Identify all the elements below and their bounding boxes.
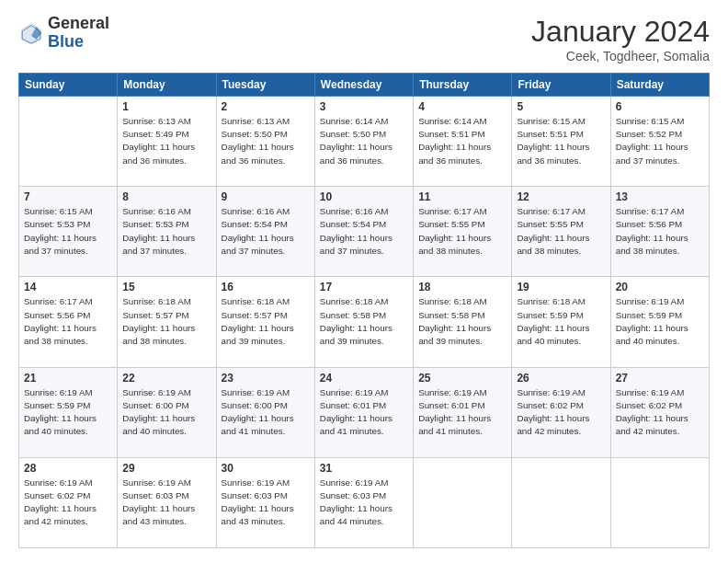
day-info: Sunrise: 6:19 AMSunset: 5:59 PMDaylight:… (24, 386, 112, 439)
day-info: Sunrise: 6:17 AMSunset: 5:56 PMDaylight:… (616, 205, 704, 258)
day-info: Sunrise: 6:19 AMSunset: 6:03 PMDaylight:… (122, 477, 210, 529)
day-info: Sunrise: 6:13 AMSunset: 5:50 PMDaylight:… (222, 115, 310, 167)
day-info: Sunrise: 6:14 AMSunset: 5:50 PMDaylight:… (320, 115, 408, 167)
day-number: 25 (418, 372, 506, 385)
day-number: 3 (320, 100, 408, 113)
day-number: 26 (517, 372, 605, 385)
subtitle: Ceek, Togdheer, Somalia (531, 49, 710, 63)
title-area: January 2024 Ceek, Togdheer, Somalia (531, 15, 710, 63)
table-row: 28Sunrise: 6:19 AMSunset: 6:02 PMDayligh… (19, 457, 118, 547)
day-info: Sunrise: 6:16 AMSunset: 5:54 PMDaylight:… (222, 205, 310, 258)
day-number: 16 (222, 281, 310, 293)
logo-blue: Blue (48, 33, 109, 52)
day-number: 11 (418, 190, 506, 203)
day-number: 14 (24, 281, 112, 293)
day-info: Sunrise: 6:19 AMSunset: 6:03 PMDaylight:… (320, 477, 408, 529)
day-number: 19 (517, 281, 605, 293)
day-number: 10 (320, 190, 408, 203)
table-row: 5Sunrise: 6:15 AMSunset: 5:51 PMDaylight… (512, 97, 610, 187)
day-number: 9 (222, 190, 310, 203)
calendar-week-3: 14Sunrise: 6:17 AMSunset: 5:56 PMDayligh… (19, 277, 710, 367)
day-info: Sunrise: 6:19 AMSunset: 6:03 PMDaylight:… (222, 477, 310, 529)
table-row: 22Sunrise: 6:19 AMSunset: 6:00 PMDayligh… (118, 367, 216, 457)
table-row: 23Sunrise: 6:19 AMSunset: 6:00 PMDayligh… (216, 367, 314, 457)
day-info: Sunrise: 6:16 AMSunset: 5:54 PMDaylight:… (320, 205, 408, 258)
day-number: 30 (222, 462, 310, 475)
calendar-table: Sunday Monday Tuesday Wednesday Thursday… (18, 73, 710, 548)
logo: General Blue (18, 15, 109, 52)
table-row: 12Sunrise: 6:17 AMSunset: 5:55 PMDayligh… (512, 187, 610, 277)
day-info: Sunrise: 6:15 AMSunset: 5:51 PMDaylight:… (517, 115, 605, 167)
day-number: 5 (517, 100, 605, 113)
day-number: 28 (24, 462, 112, 475)
table-row: 11Sunrise: 6:17 AMSunset: 5:55 PMDayligh… (414, 187, 512, 277)
day-info: Sunrise: 6:13 AMSunset: 5:49 PMDaylight:… (122, 115, 210, 167)
table-row: 17Sunrise: 6:18 AMSunset: 5:58 PMDayligh… (314, 277, 413, 367)
day-number: 15 (122, 281, 210, 293)
table-row: 18Sunrise: 6:18 AMSunset: 5:58 PMDayligh… (414, 277, 512, 367)
table-row: 31Sunrise: 6:19 AMSunset: 6:03 PMDayligh… (314, 457, 413, 547)
day-info: Sunrise: 6:14 AMSunset: 5:51 PMDaylight:… (418, 115, 506, 167)
day-info: Sunrise: 6:18 AMSunset: 5:58 PMDaylight:… (418, 295, 506, 348)
day-number: 17 (320, 281, 408, 293)
table-row: 15Sunrise: 6:18 AMSunset: 5:57 PMDayligh… (118, 277, 216, 367)
table-row: 6Sunrise: 6:15 AMSunset: 5:52 PMDaylight… (610, 97, 709, 187)
table-row: 20Sunrise: 6:19 AMSunset: 5:59 PMDayligh… (610, 277, 709, 367)
table-row: 29Sunrise: 6:19 AMSunset: 6:03 PMDayligh… (118, 457, 216, 547)
day-info: Sunrise: 6:15 AMSunset: 5:52 PMDaylight:… (616, 115, 704, 167)
day-number: 31 (320, 462, 408, 475)
day-info: Sunrise: 6:19 AMSunset: 6:00 PMDaylight:… (222, 386, 310, 439)
col-monday: Monday (118, 74, 216, 97)
table-row: 1Sunrise: 6:13 AMSunset: 5:49 PMDaylight… (118, 97, 216, 187)
day-info: Sunrise: 6:17 AMSunset: 5:55 PMDaylight:… (517, 205, 605, 258)
col-thursday: Thursday (414, 74, 512, 97)
day-number: 8 (122, 190, 210, 203)
day-number: 2 (222, 100, 310, 113)
day-info: Sunrise: 6:19 AMSunset: 5:59 PMDaylight:… (616, 295, 704, 348)
logo-general: General (48, 15, 109, 33)
table-row (610, 457, 709, 547)
col-sunday: Sunday (19, 74, 118, 97)
table-row: 8Sunrise: 6:16 AMSunset: 5:53 PMDaylight… (118, 187, 216, 277)
month-title: January 2024 (531, 15, 710, 49)
table-row: 30Sunrise: 6:19 AMSunset: 6:03 PMDayligh… (216, 457, 314, 547)
calendar-header-row: Sunday Monday Tuesday Wednesday Thursday… (19, 74, 710, 97)
day-number: 24 (320, 372, 408, 385)
day-number: 23 (222, 372, 310, 385)
calendar-week-5: 28Sunrise: 6:19 AMSunset: 6:02 PMDayligh… (19, 457, 710, 547)
day-number: 6 (616, 100, 704, 113)
day-info: Sunrise: 6:15 AMSunset: 5:53 PMDaylight:… (24, 205, 112, 258)
day-number: 29 (122, 462, 210, 475)
page: General Blue January 2024 Ceek, Togdheer… (0, 0, 728, 563)
table-row: 7Sunrise: 6:15 AMSunset: 5:53 PMDaylight… (19, 187, 118, 277)
day-number: 4 (418, 100, 506, 113)
day-info: Sunrise: 6:19 AMSunset: 6:02 PMDaylight:… (517, 386, 605, 439)
day-info: Sunrise: 6:19 AMSunset: 6:02 PMDaylight:… (616, 386, 704, 439)
day-info: Sunrise: 6:19 AMSunset: 6:01 PMDaylight:… (320, 386, 408, 439)
day-info: Sunrise: 6:19 AMSunset: 6:02 PMDaylight:… (24, 477, 112, 529)
table-row (19, 97, 118, 187)
table-row: 24Sunrise: 6:19 AMSunset: 6:01 PMDayligh… (314, 367, 413, 457)
table-row: 26Sunrise: 6:19 AMSunset: 6:02 PMDayligh… (512, 367, 610, 457)
day-number: 27 (616, 372, 704, 385)
day-number: 1 (122, 100, 210, 113)
table-row: 9Sunrise: 6:16 AMSunset: 5:54 PMDaylight… (216, 187, 314, 277)
day-info: Sunrise: 6:18 AMSunset: 5:57 PMDaylight:… (122, 295, 210, 348)
table-row: 10Sunrise: 6:16 AMSunset: 5:54 PMDayligh… (314, 187, 413, 277)
table-row: 3Sunrise: 6:14 AMSunset: 5:50 PMDaylight… (314, 97, 413, 187)
header: General Blue January 2024 Ceek, Togdheer… (18, 15, 710, 63)
day-number: 12 (517, 190, 605, 203)
day-info: Sunrise: 6:17 AMSunset: 5:56 PMDaylight:… (24, 295, 112, 348)
day-number: 22 (122, 372, 210, 385)
table-row (512, 457, 610, 547)
day-info: Sunrise: 6:18 AMSunset: 5:58 PMDaylight:… (320, 295, 408, 348)
calendar-week-4: 21Sunrise: 6:19 AMSunset: 5:59 PMDayligh… (19, 367, 710, 457)
day-number: 18 (418, 281, 506, 293)
calendar-week-2: 7Sunrise: 6:15 AMSunset: 5:53 PMDaylight… (19, 187, 710, 277)
logo-icon (18, 20, 44, 46)
table-row: 4Sunrise: 6:14 AMSunset: 5:51 PMDaylight… (414, 97, 512, 187)
col-friday: Friday (512, 74, 610, 97)
table-row: 19Sunrise: 6:18 AMSunset: 5:59 PMDayligh… (512, 277, 610, 367)
day-info: Sunrise: 6:19 AMSunset: 6:01 PMDaylight:… (418, 386, 506, 439)
day-info: Sunrise: 6:16 AMSunset: 5:53 PMDaylight:… (122, 205, 210, 258)
